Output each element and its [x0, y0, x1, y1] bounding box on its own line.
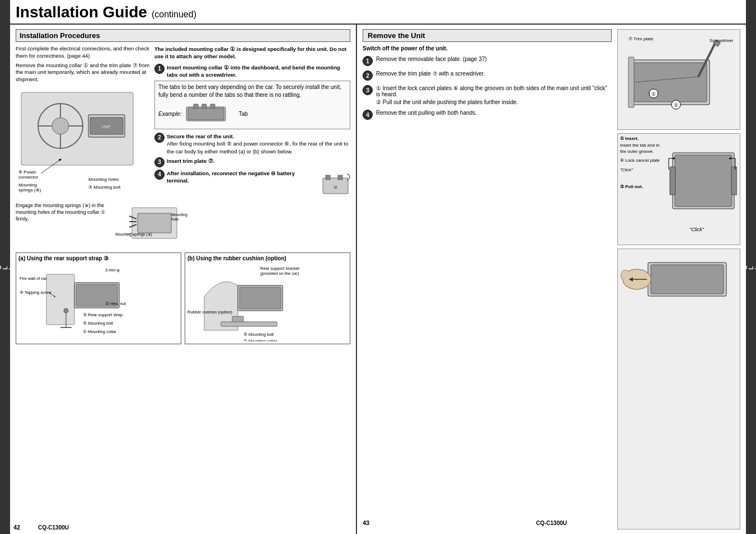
- svg-point-2: [52, 118, 69, 134]
- remove-step4-text: Remove the unit pulling with both hands.: [376, 110, 612, 116]
- svg-text:hole: hole: [171, 217, 179, 221]
- svg-rect-71: [675, 155, 732, 207]
- engage-diagram: Mounting hole Mounting springs (※): [115, 202, 194, 247]
- remove-step2-circle: 2: [363, 71, 373, 81]
- svg-text:(provided on the car): (provided on the car): [260, 271, 299, 276]
- remove-step3a-text: ① Insert the lock cancel plates ⑥ along …: [376, 85, 612, 97]
- engage-text-box: Engage the mounting springs (※) in the m…: [16, 202, 111, 247]
- svg-text:⑦ Trim plate: ⑦ Trim plate: [628, 36, 654, 41]
- pull-text: ② Pull out.: [620, 184, 665, 190]
- step4-row: 4 After installation, reconnect the nega…: [154, 170, 350, 195]
- step4-title: After installation, reconnect the negati…: [167, 170, 316, 185]
- svg-rect-52: [221, 322, 277, 326]
- insert-text: ① Insert.: [620, 136, 665, 142]
- svg-rect-35: [46, 274, 74, 325]
- svg-text:Fire wall of car: Fire wall of car: [20, 276, 47, 281]
- click-text: "Click": [620, 167, 665, 173]
- section-a-box: (a) Using the rear support strap ③: [16, 252, 181, 344]
- battery-diagram: ⊖: [320, 170, 350, 195]
- svg-text:springs (※): springs (※): [18, 188, 41, 193]
- remove-step3: 3 ① Insert the lock cancel plates ⑥ alon…: [363, 85, 612, 105]
- svg-text:Rubber cushion (option): Rubber cushion (option): [187, 310, 233, 315]
- right-column: Remove the Unit Switch off the power of …: [357, 25, 746, 534]
- svg-rect-76: [651, 265, 724, 294]
- remove-step1: 1 Remove the removable face plate. (page…: [363, 56, 612, 66]
- svg-rect-21: [210, 104, 215, 109]
- pull-unit-diagram: [620, 251, 738, 313]
- top-section: First complete the electrical connection…: [16, 45, 350, 199]
- step3-title: Insert trim plate ⑦.: [167, 157, 215, 165]
- remove-step4-circle: 4: [363, 110, 373, 120]
- svg-text:⑥ Power: ⑥ Power: [18, 170, 36, 175]
- svg-text:3 mm φ: 3 mm φ: [105, 268, 120, 273]
- svg-text:"Click": "Click": [689, 227, 705, 232]
- svg-text:①: ①: [651, 91, 656, 97]
- svg-text:① Mounting collar: ① Mounting collar: [243, 339, 277, 341]
- step1-row: 1 Insert mounting collar ① into the dash…: [154, 64, 350, 79]
- engage-text: Engage the mounting springs (※) in the m…: [16, 202, 111, 222]
- engage-section: Engage the mounting springs (※) in the m…: [16, 202, 350, 247]
- right-instructions: The included mounting collar ① is design…: [154, 45, 350, 199]
- svg-text:Mounting: Mounting: [18, 182, 37, 188]
- main-content: Installation Guide (continued) Installat…: [10, 0, 746, 534]
- remove-step2: 2 Remove the trim plate ⑦ with a screwdr…: [363, 71, 612, 81]
- step3-circle: 3: [154, 157, 165, 167]
- left-side-tab: ENGLISH: [0, 0, 10, 534]
- main-unit-diagram: UNIT ⑥ Power connector Mounting springs …: [16, 87, 139, 199]
- remove-step3-content: ① Insert the lock cancel plates ⑥ along …: [376, 85, 612, 105]
- svg-text:⑤ Mounting bolt: ⑤ Mounting bolt: [243, 332, 274, 337]
- svg-text:⑤ Mounting bolt: ⑤ Mounting bolt: [88, 185, 121, 190]
- step2-row: 2 Secure the rear of the unit. After fix…: [154, 133, 350, 155]
- left-page-number: 42: [13, 524, 20, 531]
- section-b-title: (b) Using the rubber cushion (option): [187, 255, 348, 261]
- right-diagrams: ⑦ Trim plate Screwdriver ① ② ① Inse: [617, 29, 740, 530]
- intro-text: First complete the electrical connection…: [16, 45, 150, 60]
- svg-rect-72: [670, 167, 675, 195]
- svg-text:⑤ Mounting bolt: ⑤ Mounting bolt: [83, 321, 114, 326]
- svg-text:connector: connector: [18, 175, 38, 180]
- svg-text:②: ②: [674, 102, 678, 108]
- lock-cancel-text: ⑥ Lock cancel plate: [620, 158, 665, 163]
- tab-label: Tab: [239, 110, 248, 118]
- header-title: Installation Guide: [16, 3, 147, 21]
- svg-rect-23: [326, 175, 330, 180]
- trim-plate-diagram: ⑦ Trim plate Screwdriver ① ②: [620, 32, 738, 127]
- section-b-box: (b) Using the rubber cushion (option): [185, 252, 350, 344]
- svg-rect-59: [634, 63, 707, 102]
- svg-text:① Mounting collar: ① Mounting collar: [83, 329, 116, 334]
- remove-step3-circle: 3: [363, 85, 373, 95]
- svg-rect-73: [731, 167, 737, 195]
- step4-circle: 4: [154, 170, 165, 180]
- example-row: Example: Tab: [158, 101, 346, 127]
- svg-text:Mounting: Mounting: [171, 213, 187, 217]
- remove-step4-content: Remove the unit pulling with both hands.: [376, 110, 612, 116]
- header: Installation Guide (continued): [10, 0, 746, 25]
- right-page-number: 43: [363, 519, 369, 526]
- svg-text:Mounting holes: Mounting holes: [88, 177, 119, 182]
- remove-step1-circle: 1: [363, 56, 373, 66]
- svg-text:Rear support bracket: Rear support bracket: [260, 266, 300, 271]
- ab-section-row: (a) Using the rear support strap ③: [16, 252, 350, 344]
- svg-point-38: [64, 308, 68, 313]
- step1-title: Insert mounting collar ① into the dashbo…: [167, 64, 350, 79]
- remove-step1-content: Remove the removable face plate. (page 3…: [376, 56, 612, 62]
- step1-circle: 1: [154, 64, 165, 74]
- svg-text:④ Tapping screw: ④ Tapping screw: [20, 290, 51, 295]
- step2-title: Secure the rear of the unit.: [167, 133, 350, 140]
- tab-diagram: [185, 101, 236, 127]
- tabs-note: The tabs to be bent vary depending on th…: [158, 83, 346, 99]
- svg-rect-24: [338, 175, 342, 180]
- svg-rect-50: [240, 287, 281, 309]
- remove-text: Remove the mounting collar ① and the tri…: [16, 62, 150, 83]
- remove-title-text: Remove the Unit: [368, 31, 425, 40]
- svg-rect-18: [188, 108, 224, 120]
- left-desc: First complete the electrical connection…: [16, 45, 150, 199]
- step3-row: 3 Insert trim plate ⑦.: [154, 157, 350, 167]
- svg-rect-27: [138, 213, 171, 233]
- svg-rect-20: [202, 104, 206, 109]
- tabs-note-box: The tabs to be bent vary depending on th…: [154, 81, 350, 129]
- section-b-diagram: Rubber cushion (option) Rear support bra…: [187, 263, 311, 341]
- svg-text:UNIT: UNIT: [102, 125, 111, 129]
- inst-proc-label: Installation Procedures: [20, 31, 100, 40]
- step2-content: Secure the rear of the unit. After fixin…: [167, 133, 350, 155]
